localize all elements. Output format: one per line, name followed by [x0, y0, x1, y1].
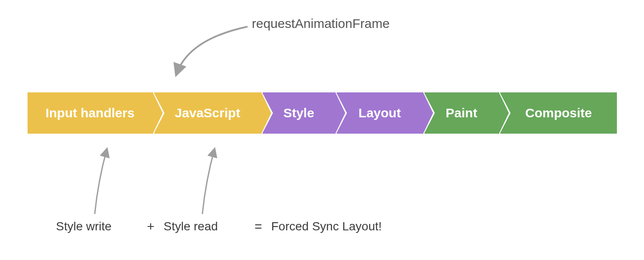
step-label: Paint: [446, 106, 477, 120]
step-style: Style: [263, 92, 335, 135]
step-label: Composite: [525, 106, 592, 120]
equals-symbol: =: [245, 219, 271, 234]
step-label: Layout: [359, 106, 401, 120]
label-style-read: Style read: [164, 220, 245, 233]
arrow-styleread-to-javascript: [202, 150, 214, 214]
step-javascript: JavaScript: [154, 92, 261, 135]
arrow-stylewrite-to-inputhandlers: [95, 150, 107, 214]
label-style-write: Style write: [56, 220, 138, 233]
plus-symbol: +: [138, 219, 164, 234]
step-paint: Paint: [424, 92, 498, 135]
pipeline-row: Input handlers JavaScript Style Layout P…: [28, 92, 617, 135]
forced-sync-layout-equation: Style write + Style read = Forced Sync L…: [56, 219, 413, 234]
label-request-animation-frame: requestAnimationFrame: [252, 16, 390, 31]
label-forced-sync-layout: Forced Sync Layout!: [271, 220, 413, 233]
step-input-handlers: Input handlers: [28, 92, 152, 135]
arrow-raf-to-js: [176, 27, 248, 74]
step-label: Input handlers: [46, 106, 135, 120]
step-label: Style: [283, 106, 314, 120]
step-layout: Layout: [337, 92, 423, 135]
step-composite: Composite: [500, 92, 617, 135]
diagram-root: requestAnimationFrame Input handlers Jav…: [0, 0, 644, 260]
step-label: JavaScript: [175, 106, 240, 120]
